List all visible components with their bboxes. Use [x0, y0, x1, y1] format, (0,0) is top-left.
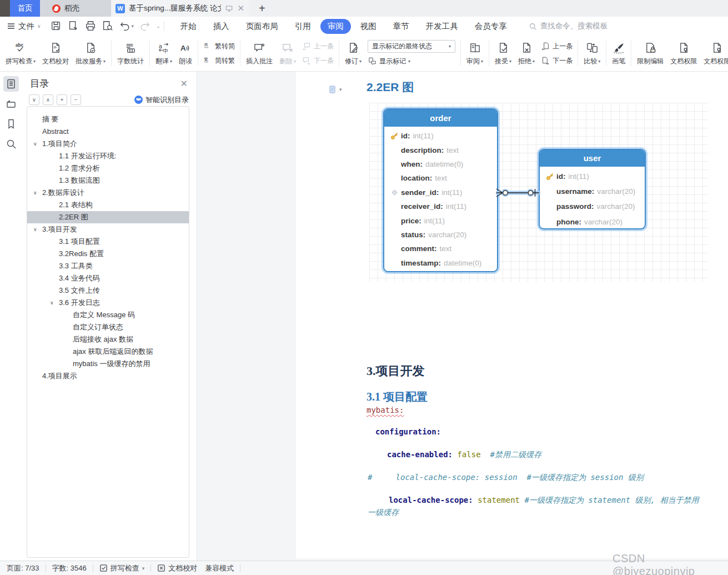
- chevron-down-icon[interactable]: ∨: [33, 187, 37, 199]
- toolbar-more-icon[interactable]: ⌄: [156, 23, 160, 29]
- menu-tab-开始[interactable]: 开始: [173, 19, 204, 34]
- toc-item[interactable]: 1.2 需求分析: [27, 162, 189, 174]
- file-menu-button[interactable]: 文件 ∨: [7, 21, 41, 32]
- code-segment-comment: #一级缓存指定为 statement 级别, 相当于禁用: [524, 496, 699, 504]
- toc-item[interactable]: Abstract: [27, 126, 189, 138]
- toc-item[interactable]: 1.3 数据流图: [27, 174, 189, 187]
- toc-item[interactable]: 4.项目展示: [27, 370, 189, 382]
- ribbon-divider: [339, 41, 339, 66]
- save-icon[interactable]: [50, 20, 62, 32]
- word-count-indicator[interactable]: 字数: 3546: [52, 563, 87, 573]
- track-changes-button[interactable]: 修订▾: [342, 39, 365, 67]
- toc-item[interactable]: 3.2Redis 配置: [27, 248, 189, 260]
- print-preview-icon[interactable]: [102, 20, 114, 32]
- toc-item[interactable]: 后端接收 ajax 数据: [27, 333, 189, 346]
- compare-button[interactable]: 比较▾: [580, 39, 604, 67]
- toc-collapse-up-button[interactable]: ∧: [43, 94, 53, 105]
- reject-button[interactable]: 拒绝▾: [515, 39, 538, 67]
- menu-tab-开发工具[interactable]: 开发工具: [419, 19, 465, 34]
- outline-panel-icon[interactable]: [3, 76, 19, 92]
- comment-add-button[interactable]: 插入批注: [243, 39, 276, 67]
- spellcheck-button[interactable]: abc拼写检查▾: [2, 39, 39, 67]
- chevron-down-icon[interactable]: ∨: [33, 138, 37, 150]
- toc-item[interactable]: ∨2.数据库设计: [27, 187, 189, 199]
- comment-delete-button[interactable]: 删除▾: [276, 39, 299, 67]
- doc-permission-label: 文档权限: [670, 57, 697, 66]
- spellcheck-toggle[interactable]: 拼写检查 ▾: [99, 563, 145, 573]
- word-count-button[interactable]: 字数统计: [114, 39, 147, 67]
- ink-brush-button[interactable]: 画笔: [609, 39, 629, 67]
- command-search[interactable]: 查找命令、搜索模板: [529, 21, 608, 31]
- paragraph-style-control[interactable]: ▾: [328, 85, 342, 94]
- toc-item[interactable]: 1.1 开发运行环境:: [27, 150, 189, 162]
- to-simplified-button[interactable]: 简繁转简: [203, 41, 235, 52]
- toc-item[interactable]: 摘 要: [27, 113, 189, 126]
- show-markup-button[interactable]: 显示标记▾: [368, 56, 455, 67]
- close-icon[interactable]: ✕: [237, 3, 244, 13]
- toc-item[interactable]: 自定义订单状态: [27, 321, 189, 333]
- doc-permission-button[interactable]: 文档权限: [667, 39, 700, 67]
- chevron-down-icon[interactable]: ∨: [50, 297, 54, 309]
- print-icon[interactable]: [84, 20, 97, 32]
- doc-proof-toggle[interactable]: 文档校对: [157, 563, 197, 573]
- show-markup-icon: [368, 57, 377, 66]
- doc-permission-button[interactable]: 文档权限: [700, 39, 728, 67]
- bookmark-icon[interactable]: [3, 116, 19, 132]
- folder-flag-icon[interactable]: [3, 96, 19, 112]
- undo-button[interactable]: ▾: [119, 20, 134, 32]
- toc-item[interactable]: 3.5 文件上传: [27, 284, 189, 297]
- restrict-edit-button[interactable]: 限制编辑: [634, 39, 667, 67]
- menu-tab-审阅[interactable]: 审阅: [320, 19, 351, 34]
- toc-item[interactable]: 自定义 Message 码: [27, 309, 189, 321]
- redo-icon[interactable]: [139, 20, 151, 32]
- menu-tab-视图[interactable]: 视图: [353, 19, 384, 34]
- translate-button[interactable]: a中翻译▾: [152, 39, 175, 67]
- tab-docer[interactable]: 稻壳: [40, 0, 111, 17]
- er-table-user[interactable]: userid:int(11)username:varchar(20)passwo…: [539, 149, 646, 229]
- toc-close-icon[interactable]: ✕: [180, 78, 188, 89]
- menu-tab-会员专享[interactable]: 会员专享: [468, 19, 514, 34]
- tab-document[interactable]: W 基于spring...腿服务系统 论文 ✕: [111, 0, 249, 17]
- markup-state-select[interactable]: 显示标记的最终状态▾: [368, 40, 455, 53]
- doc-proof-button[interactable]: a-文档校对: [39, 39, 72, 67]
- toc-item[interactable]: 3.3 工具类: [27, 260, 189, 272]
- search-icon[interactable]: [3, 136, 19, 152]
- comment-prev-button[interactable]: 上一条: [302, 41, 334, 52]
- menu-tab-页面布局[interactable]: 页面布局: [239, 19, 285, 34]
- rev-prev-button[interactable]: 上一条: [541, 41, 573, 52]
- toc-collapse-all-button[interactable]: −: [71, 94, 81, 105]
- to-traditional-button[interactable]: 繁简转繁: [203, 55, 235, 67]
- comment-next-button[interactable]: 下一条: [302, 55, 334, 67]
- page-indicator[interactable]: 页面: 7/33: [7, 563, 39, 573]
- toc-item[interactable]: ∨3.项目开发: [27, 223, 189, 236]
- accept-button[interactable]: 接受▾: [491, 39, 515, 67]
- review-pane-button[interactable]: 审阅▾: [463, 39, 486, 67]
- menu-tab-章节[interactable]: 章节: [386, 19, 416, 34]
- toc-item[interactable]: mybatis 一级缓存的禁用: [27, 358, 189, 370]
- er-table-order[interactable]: orderid:int(11)description:textwhen:date…: [383, 108, 498, 272]
- er-diagram-canvas[interactable]: orderid:int(11)description:textwhen:date…: [369, 103, 708, 282]
- tab-home[interactable]: 首页: [10, 0, 40, 17]
- toc-expand-all-button[interactable]: +: [57, 94, 67, 105]
- toc-item[interactable]: ∨3.6 开发日志: [27, 297, 189, 309]
- chevron-down-icon[interactable]: ∨: [33, 223, 37, 236]
- toc-item[interactable]: ajax 获取后端返回的数据: [27, 346, 189, 358]
- toc-item[interactable]: 2.1 表结构: [27, 199, 189, 211]
- toc-item[interactable]: 2.2ER 图: [27, 211, 189, 223]
- smart-toc-button[interactable]: 智能识别目录: [134, 95, 189, 105]
- doc-grade-button[interactable]: 批改服务▾: [72, 39, 109, 67]
- read-aloud-button[interactable]: A朗读: [175, 39, 195, 67]
- present-icon[interactable]: [225, 4, 233, 13]
- rev-next-button[interactable]: 下一条: [541, 55, 573, 67]
- menu-tab-插入[interactable]: 插入: [206, 19, 237, 34]
- menu-tab-引用[interactable]: 引用: [288, 19, 318, 34]
- toc-item[interactable]: 3.4 业务代码: [27, 272, 189, 284]
- document-page[interactable]: ▾ 2.2ER 图 orderid:int(11)description:tex…: [296, 72, 728, 558]
- toc-item[interactable]: 3.1 项目配置: [27, 236, 189, 248]
- er-relationship-connector[interactable]: [496, 183, 540, 202]
- new-tab-button[interactable]: +: [259, 3, 265, 14]
- export-icon[interactable]: [67, 20, 79, 32]
- divider: [93, 564, 93, 572]
- toc-expand-down-button[interactable]: ∨: [29, 94, 39, 105]
- toc-item[interactable]: ∨1.项目简介: [27, 138, 189, 150]
